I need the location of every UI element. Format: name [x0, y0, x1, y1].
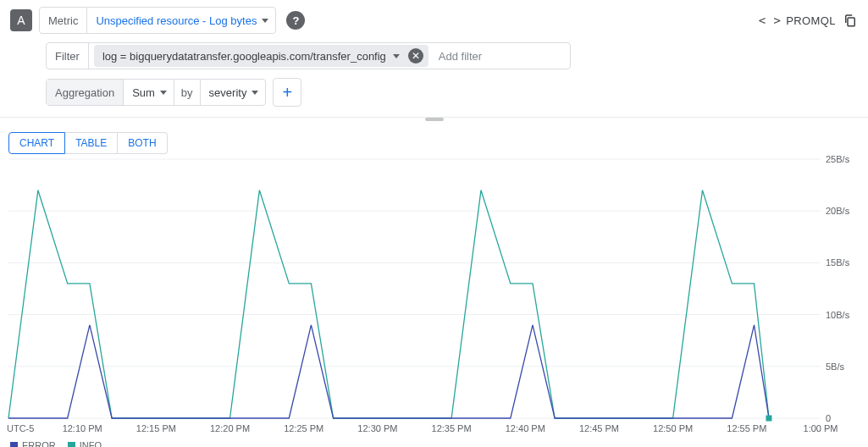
chevron-down-icon — [393, 54, 400, 58]
chart-area[interactable]: 05B/s10B/s15B/s20B/s25B/s 12:10 PM12:15 … — [5, 156, 861, 447]
metric-selector[interactable]: Metric Unspecified resource - Log bytes — [39, 7, 276, 34]
svg-rect-24 — [766, 416, 771, 422]
svg-text:12:50 PM: 12:50 PM — [653, 423, 693, 433]
svg-rect-0 — [848, 18, 854, 26]
drag-handle[interactable] — [0, 117, 868, 127]
metric-field-label: Metric — [40, 8, 87, 33]
chart-legend: ERROR INFO — [10, 440, 102, 447]
aggregation-row: Aggregation Sum by severity + — [0, 69, 868, 117]
add-filter-input[interactable]: Add filter — [428, 43, 570, 69]
svg-text:12:40 PM: 12:40 PM — [506, 423, 545, 433]
chevron-down-icon — [252, 91, 258, 95]
aggregation-fn[interactable]: Sum — [124, 80, 174, 105]
svg-text:12:30 PM: 12:30 PM — [357, 423, 397, 433]
tab-chart[interactable]: CHART — [8, 132, 65, 154]
svg-text:0: 0 — [826, 413, 831, 423]
svg-text:12:20 PM: 12:20 PM — [210, 423, 250, 433]
legend-item-info[interactable]: INFO — [68, 440, 102, 447]
chevron-down-icon — [262, 19, 268, 23]
svg-text:20B/s: 20B/s — [826, 206, 850, 216]
metric-value[interactable]: Unspecified resource - Log bytes — [87, 8, 275, 33]
legend-label-info: INFO — [80, 440, 102, 447]
series-id-chip: A — [10, 9, 32, 31]
svg-text:12:25 PM: 12:25 PM — [284, 423, 323, 433]
aggregation-selector[interactable]: Aggregation Sum by severity — [46, 79, 266, 106]
svg-text:12:10 PM: 12:10 PM — [63, 423, 102, 433]
svg-text:12:45 PM: 12:45 PM — [579, 423, 619, 433]
promql-button[interactable]: < > PROMQL — [759, 14, 836, 27]
filter-box[interactable]: Filter log = bigquerydatatransfer.google… — [46, 42, 571, 69]
svg-text:25B/s: 25B/s — [826, 156, 850, 164]
metric-row: A Metric Unspecified resource - Log byte… — [0, 0, 868, 34]
aggregation-fn-text: Sum — [132, 86, 155, 99]
filter-chip[interactable]: log = bigquerydatatransfer.googleapis.co… — [94, 45, 428, 67]
tab-both[interactable]: BOTH — [118, 132, 167, 154]
close-icon[interactable]: ✕ — [408, 48, 423, 63]
promql-label: PROMQL — [786, 14, 836, 27]
aggregation-label: Aggregation — [47, 80, 124, 105]
code-icon: < > — [759, 14, 782, 27]
add-aggregation-button[interactable]: + — [273, 78, 301, 107]
chart-svg: 05B/s10B/s15B/s20B/s25B/s 12:10 PM12:15 … — [5, 156, 861, 447]
legend-swatch-error — [10, 442, 18, 448]
copy-icon[interactable] — [843, 13, 858, 28]
legend-label-error: ERROR — [22, 440, 56, 447]
svg-text:UTC-5: UTC-5 — [7, 423, 34, 433]
view-tabs: CHART TABLE BOTH — [0, 127, 868, 156]
svg-text:12:35 PM: 12:35 PM — [432, 423, 472, 433]
svg-text:1:00 PM: 1:00 PM — [804, 423, 838, 433]
aggregation-by-text: severity — [209, 86, 247, 99]
aggregation-by-value[interactable]: severity — [201, 80, 266, 105]
filter-field-label: Filter — [47, 43, 89, 69]
filter-chip-text: log = bigquerydatatransfer.googleapis.co… — [102, 50, 386, 63]
tab-table[interactable]: TABLE — [65, 132, 118, 154]
legend-item-error[interactable]: ERROR — [10, 440, 56, 447]
chevron-down-icon — [160, 91, 167, 95]
help-icon[interactable]: ? — [286, 11, 305, 30]
svg-text:12:15 PM: 12:15 PM — [136, 423, 176, 433]
metric-value-text: Unspecified resource - Log bytes — [96, 14, 257, 27]
svg-text:10B/s: 10B/s — [826, 310, 850, 320]
legend-swatch-info — [68, 442, 75, 448]
svg-text:12:55 PM: 12:55 PM — [727, 423, 766, 433]
svg-text:5B/s: 5B/s — [826, 361, 845, 372]
svg-text:15B/s: 15B/s — [826, 257, 850, 268]
filter-row: Filter log = bigquerydatatransfer.google… — [0, 34, 868, 69]
aggregation-by-label: by — [174, 80, 201, 105]
